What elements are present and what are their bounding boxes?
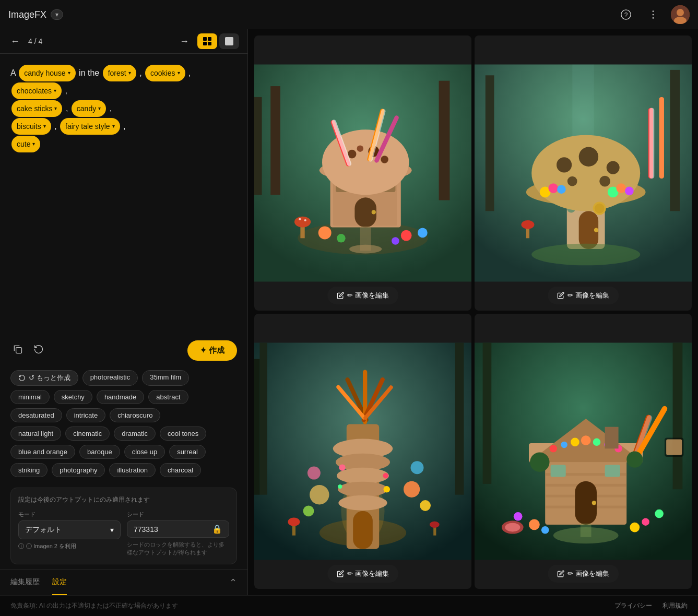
- style-tag-chiaroscuro[interactable]: chiaroscuro: [110, 408, 160, 422]
- svg-point-101: [404, 481, 420, 497]
- svg-rect-11: [208, 42, 211, 45]
- svg-rect-146: [666, 440, 682, 455]
- chip-biscuits[interactable]: biscuits ▾: [11, 118, 51, 135]
- image-card-1[interactable]: ✏ 画像を編集: [254, 35, 471, 311]
- terms-link[interactable]: 利用規約: [662, 601, 688, 610]
- more-create-label: ↺ もっと作成: [29, 373, 70, 383]
- privacy-link[interactable]: プライバシー: [614, 601, 652, 610]
- chip-candy-house[interactable]: candy house ▾: [19, 65, 75, 81]
- seed-input[interactable]: [134, 525, 212, 534]
- svg-rect-9: [208, 37, 211, 41]
- settings-section: 設定は今後のアウトプットにのみ適用されます モード デフォルト ▾ ⓘ ⓘ Im…: [10, 488, 237, 564]
- svg-rect-49: [670, 70, 680, 211]
- svg-point-147: [530, 453, 549, 472]
- svg-rect-131: [605, 427, 619, 449]
- help-button[interactable]: ?: [617, 5, 635, 24]
- edit-overlay-4: ✏ 画像を編集: [548, 565, 619, 583]
- style-tag-cinematic[interactable]: cinematic: [65, 427, 110, 441]
- style-section: ↺ もっと作成 photorealistic 35mm film minimal…: [0, 365, 247, 482]
- mode-field: モード デフォルト ▾ ⓘ ⓘ Imagen 2 を利用: [18, 511, 121, 556]
- style-tag-intricate[interactable]: intricate: [66, 408, 106, 422]
- prev-button[interactable]: ←: [8, 34, 22, 49]
- svg-point-87: [338, 482, 388, 497]
- svg-point-126: [571, 438, 579, 447]
- chip-cake-sticks[interactable]: cake sticks ▾: [11, 100, 62, 117]
- svg-point-6: [677, 9, 684, 16]
- style-tag-abstract[interactable]: abstract: [148, 390, 188, 404]
- style-tag-35mm[interactable]: 35mm film: [142, 370, 189, 386]
- bottom-tabs: 編集履歴 設定 ⌃: [0, 570, 247, 595]
- svg-point-86: [337, 468, 389, 484]
- tab-history[interactable]: 編集履歴: [10, 570, 40, 595]
- edit-button-2[interactable]: ✏ 画像を編集: [548, 287, 619, 304]
- svg-point-39: [392, 237, 399, 245]
- more-create-button[interactable]: ↺ もっと作成: [10, 370, 78, 386]
- style-tag-close-up[interactable]: close up: [124, 445, 165, 459]
- svg-rect-80: [254, 359, 259, 495]
- style-tag-natural-light[interactable]: natural light: [10, 427, 61, 441]
- svg-point-109: [430, 522, 440, 528]
- style-tag-blue-orange[interactable]: blue and orange: [10, 445, 75, 459]
- style-tag-photography[interactable]: photography: [52, 463, 105, 477]
- style-tag-sketchy[interactable]: sketchy: [54, 390, 92, 404]
- imagen-note: ⓘ ⓘ Imagen 2 を利用: [18, 542, 121, 550]
- svg-point-64: [548, 183, 558, 193]
- edit-overlay-1: ✏ 画像を編集: [327, 287, 398, 304]
- chip-chocolates[interactable]: chocolates ▾: [11, 82, 62, 99]
- style-row-5: blue and orange baroque close up surreal: [10, 445, 237, 459]
- copy-button[interactable]: [10, 342, 25, 359]
- style-tag-handmade[interactable]: handmade: [97, 390, 144, 404]
- nav-bar: ← 4 / 4 →: [0, 29, 247, 54]
- svg-point-38: [401, 230, 412, 241]
- style-row-3: desaturated intricate chiaroscuro: [10, 408, 237, 422]
- more-menu-button[interactable]: [644, 5, 662, 24]
- style-tag-striking[interactable]: striking: [10, 463, 48, 477]
- style-row-6: striking photography illustration charco…: [10, 463, 237, 477]
- single-view-button[interactable]: [219, 33, 239, 49]
- style-row-top: ↺ もっと作成 photorealistic 35mm film: [10, 370, 237, 386]
- svg-point-62: [567, 176, 577, 186]
- svg-point-68: [625, 187, 634, 196]
- edit-button-1[interactable]: ✏ 画像を編集: [327, 287, 398, 304]
- svg-rect-15: [270, 86, 280, 195]
- grid-view-button[interactable]: [197, 33, 217, 49]
- svg-rect-13: [16, 348, 22, 353]
- chip-cute[interactable]: cute ▾: [11, 136, 40, 152]
- create-button[interactable]: ✦ 作成: [187, 340, 237, 361]
- lock-icon[interactable]: 🔒: [212, 524, 222, 534]
- reset-button[interactable]: [31, 342, 46, 359]
- svg-point-29: [357, 145, 363, 151]
- user-avatar[interactable]: [671, 5, 690, 24]
- chip-forest[interactable]: forest ▾: [103, 65, 136, 81]
- style-tag-photorealistic[interactable]: photorealistic: [82, 370, 138, 386]
- footer-links: プライバシー 利用規約: [614, 601, 688, 610]
- svg-point-125: [561, 442, 567, 448]
- tab-expand-button[interactable]: ⌃: [229, 577, 237, 588]
- mode-select[interactable]: デフォルト ▾: [18, 520, 121, 539]
- edit-button-3[interactable]: ✏ 画像を編集: [327, 565, 398, 583]
- app-badge[interactable]: ▾: [51, 9, 63, 20]
- style-tag-minimal[interactable]: minimal: [10, 390, 50, 404]
- prompt-comma6: ,: [54, 122, 59, 131]
- image-card-3[interactable]: ✏ 画像を編集: [254, 314, 471, 589]
- style-tag-desaturated[interactable]: desaturated: [10, 408, 62, 422]
- chip-cookies[interactable]: cookies ▾: [145, 65, 185, 81]
- edit-button-4[interactable]: ✏ 画像を編集: [548, 565, 619, 583]
- svg-point-60: [607, 161, 620, 174]
- image-card-2[interactable]: ✏ 画像を編集: [475, 35, 692, 311]
- svg-point-57: [531, 135, 640, 211]
- style-tag-illustration[interactable]: illustration: [109, 463, 156, 477]
- image-card-4[interactable]: ✏ 画像を編集: [475, 314, 692, 589]
- style-tag-charcoal[interactable]: charcoal: [160, 463, 201, 477]
- style-tag-baroque[interactable]: baroque: [79, 445, 120, 459]
- svg-point-137: [529, 519, 540, 530]
- next-button[interactable]: →: [178, 34, 191, 49]
- style-tag-cool-tones[interactable]: cool tones: [160, 427, 206, 441]
- style-tag-dramatic[interactable]: dramatic: [114, 427, 156, 441]
- chip-candy[interactable]: candy ▾: [72, 100, 106, 117]
- chip-fairy-tale[interactable]: fairy tale style ▾: [60, 118, 120, 135]
- svg-point-139: [630, 523, 640, 532]
- svg-point-72: [531, 244, 640, 266]
- style-tag-surreal[interactable]: surreal: [169, 445, 206, 459]
- tab-settings[interactable]: 設定: [52, 570, 67, 595]
